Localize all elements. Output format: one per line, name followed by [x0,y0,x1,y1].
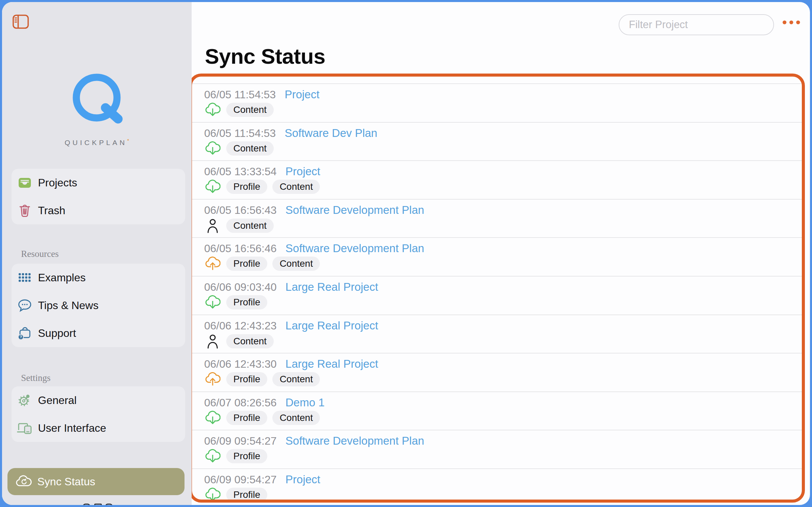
support-bag-icon: ? [16,326,33,341]
cutoff-item-text [105,504,113,505]
project-name-link[interactable]: Software Dev Plan [285,127,377,140]
sync-scope-badge: Content [226,141,274,156]
sidebar-item-user-interface[interactable]: User Interface [12,414,185,442]
sidebar-item-label: Tips & News [38,299,98,312]
sidebar-item-label: User Interface [38,422,106,434]
quickplan-q-logo [67,70,127,129]
sync-timestamp: 06/05 11:54:53 [204,127,276,140]
sidebar-group: Projects Trash [12,169,185,224]
sync-timestamp: 06/05 16:56:43 [204,204,277,217]
project-name-link[interactable]: Project [286,473,321,486]
sync-scope-badge: Content [272,180,320,194]
cutoff-item-text [94,504,102,505]
sync-history-row: 06/09 09:54:27 Software Development Plan… [192,430,802,468]
examples-grid-icon [16,271,33,284]
sync-scope-badge: Profile [226,257,267,271]
cloud-download-icon [204,102,221,117]
sidebar-item-label: Support [38,327,76,340]
sidebar-item-examples[interactable]: Examples [12,264,185,291]
sidebar-item-support[interactable]: ?Support [12,319,185,347]
project-name-link[interactable]: Software Development Plan [286,434,424,447]
sync-scope-badge: Profile [226,411,267,425]
sidebar-item-general[interactable]: General [12,386,185,414]
sidebar-item-sync-status[interactable]: Sync Status [7,468,185,495]
sidebar-item-label: Trash [38,204,65,217]
sidebar-item-label: Examples [38,271,86,284]
sync-history-row: 06/05 11:54:53 Software Dev Plan Content [192,122,802,161]
ellipsis-icon [782,20,801,26]
sync-timestamp: 06/06 09:03:40 [204,281,277,293]
sidebar-item-projects[interactable]: Projects [12,169,185,197]
brand-name: QUICKPLAN* [64,138,129,147]
sync-history-list: 06/05 11:54:53 Project Content 06/05 11:… [192,77,802,500]
page-title: Sync Status [205,44,325,68]
sync-cloud-icon [16,475,33,488]
sync-history-row: 06/05 13:33:54 Project ProfileContent [192,160,802,199]
sync-scope-badge: Profile [226,449,267,463]
cloud-download-icon [204,141,221,156]
sync-history-row: 06/05 16:56:46 Software Development Plan… [192,237,802,276]
sync-scope-badge: Content [226,334,274,348]
sidebar-item-label: General [38,394,77,407]
sync-history-row: 06/05 16:56:43 Software Development Plan… [192,199,802,238]
project-name-link[interactable]: Project [285,88,320,101]
section-header-resources: Resources [21,248,59,260]
person-icon [204,333,221,349]
sync-scope-badge: Profile [226,180,267,194]
project-name-link[interactable]: Software Development Plan [286,242,424,255]
project-name-link[interactable]: Large Real Project [286,358,378,370]
cutoff-item-icon [41,503,52,505]
sync-scope-badge: Profile [226,372,267,386]
sync-timestamp: 06/06 12:43:30 [204,358,277,370]
sync-timestamp: 06/06 12:43:23 [204,320,277,332]
project-name-link[interactable]: Large Real Project [286,319,378,332]
cloud-download-icon [204,295,221,310]
cloud-download-icon [204,410,221,425]
app-logo: QUICKPLAN* [2,70,192,147]
svg-text:?: ? [20,335,22,339]
section-header-settings: Settings [21,372,51,384]
person-icon [204,218,221,234]
project-name-link[interactable]: Demo 1 [286,396,325,409]
more-options-button[interactable] [782,19,803,27]
sidebar-group: Examples Tips & News ?Support [12,264,185,347]
sync-history-row: 06/06 09:03:40 Large Real Project Profil… [192,276,802,315]
sidebar-item-label: Projects [38,177,77,189]
project-name-link[interactable]: Project [286,165,321,178]
cloud-upload-icon [204,256,221,271]
project-name-link[interactable]: Software Development Plan [286,204,424,217]
sync-timestamp: 06/09 09:54:27 [204,435,277,447]
project-name-link[interactable]: Large Real Project [286,281,378,293]
sync-history-row: 06/09 09:54:27 Project Profile [192,468,802,500]
cloud-download-icon [204,179,221,194]
sync-scope-badge: Content [226,219,274,233]
cloud-upload-icon [204,372,221,387]
cloud-download-icon [204,449,221,464]
sync-scope-badge: Content [272,411,320,425]
sidebar-toggle-button[interactable] [12,14,30,30]
app-window: Sync Status 06/05 11:54:53 Project Conte… [2,2,810,505]
sync-scope-badge: Profile [226,295,267,309]
sync-scope-badge: Profile [226,488,267,500]
user-interface-devices-icon [16,421,33,435]
sync-scope-badge: Content [272,372,320,386]
sidebar-group: General User Interface [12,386,185,442]
sync-timestamp: 06/05 13:33:54 [204,165,277,178]
sidebar: QUICKPLAN* Projects TrashResourcesExampl… [2,2,192,505]
cutoff-item-text [83,504,90,505]
filter-project-input[interactable] [619,14,774,35]
sidebar-item-label: Sync Status [37,475,95,488]
sync-history-panel: 06/05 11:54:53 Project Content 06/05 11:… [189,74,805,503]
sync-timestamp: 06/07 08:26:56 [204,397,277,409]
sidebar-item-cutoff[interactable] [2,503,192,505]
sync-timestamp: 06/05 11:54:53 [204,88,276,101]
brand-asterisk: * [127,138,129,143]
sync-history-row: 06/05 11:54:53 Project Content [192,83,802,122]
sync-timestamp: 06/09 09:54:27 [204,473,277,486]
sidebar-item-tips-news[interactable]: Tips & News [12,291,185,319]
sidebar-item-trash[interactable]: Trash [12,197,185,224]
tips-bubble-icon [16,299,33,312]
projects-tray-icon [16,176,33,189]
sync-history-row: 06/07 08:26:56 Demo 1 ProfileContent [192,391,802,430]
sidebar-toggle-icon [12,24,29,30]
